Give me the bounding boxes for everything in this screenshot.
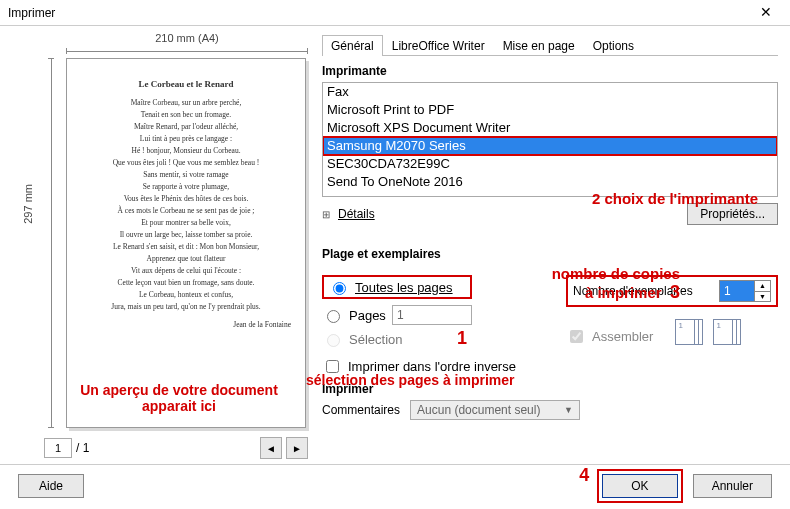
help-button[interactable]: Aide	[18, 474, 84, 498]
chevron-down-icon: ▼	[564, 405, 573, 415]
annotation-range-sel: sélection des pages à imprimer	[306, 372, 515, 388]
poem-line: Se rapporte à votre plumage,	[81, 181, 291, 193]
printer-list[interactable]: Fax Microsoft Print to PDF Microsoft XPS…	[322, 82, 778, 197]
tab-bar: Général LibreOffice Writer Mise en page …	[322, 34, 778, 56]
dialog-footer: Aide 4 OK Annuler	[0, 464, 790, 507]
poem-line: Tenait en son bec un fromage.	[81, 109, 291, 121]
printer-item[interactable]: SEC30CDA732E99C	[323, 155, 777, 173]
page-preview: Le Corbeau et le Renard Maître Corbeau, …	[66, 58, 306, 428]
cancel-button[interactable]: Annuler	[693, 474, 772, 498]
poem-line: Sans mentir, si votre ramage	[81, 169, 291, 181]
printer-item[interactable]: Send To OneNote 2016	[323, 173, 777, 191]
section-range: Plage et exemplaires	[322, 247, 778, 261]
radio-selection-label: Sélection	[349, 332, 402, 347]
pager: / 1 ◄ ►	[44, 436, 308, 460]
window-title: Imprimer	[8, 6, 55, 20]
poem-title: Le Corbeau et le Renard	[81, 77, 291, 91]
section-printer: Imprimante	[322, 64, 778, 78]
copies-spinner[interactable]: ▲▼	[719, 280, 771, 302]
poem-line: Maître Renard, par l'odeur alléché,	[81, 121, 291, 133]
tab-general[interactable]: Général	[322, 35, 383, 56]
details-link[interactable]: Détails	[338, 207, 375, 221]
poem-line: À ces mots le Corbeau ne se sent pas de …	[81, 205, 291, 217]
poem-line: Cette leçon vaut bien un fromage, sans d…	[81, 277, 291, 289]
printer-item[interactable]: Microsoft XPS Document Writer	[323, 119, 777, 137]
poem-line: Et pour montrer sa belle voix,	[81, 217, 291, 229]
ruler-label-height: 297 mm	[22, 184, 34, 224]
radio-all-pages[interactable]: Toutes les pages	[322, 275, 472, 299]
poem-line: Le Renard s'en saisit, et dit : Mon bon …	[81, 241, 291, 253]
tab-layout[interactable]: Mise en page	[494, 35, 584, 56]
poem-line: Hé ! bonjour, Monsieur du Corbeau.	[81, 145, 291, 157]
poem-line: Lui tint à peu près ce langage :	[81, 133, 291, 145]
radio-pages-label: Pages	[349, 308, 386, 323]
collate-checkbox	[570, 330, 583, 343]
annotation-preview: Un aperçu de votre document apparait ici	[50, 382, 308, 414]
radio-all-pages-input[interactable]	[333, 282, 346, 295]
printer-item[interactable]: Microsoft Print to PDF	[323, 101, 777, 119]
poem-line: Que vous êtes joli ! Que vous me semblez…	[81, 157, 291, 169]
pages-field[interactable]	[392, 305, 472, 325]
close-icon[interactable]: ✕	[746, 0, 786, 24]
ruler-label-width: 210 mm (A4)	[66, 32, 308, 44]
annotation-range-num: 1	[457, 328, 467, 349]
annotation-printer-choice: 2 choix de l'imprimante	[592, 190, 758, 207]
annotation-copies: nombre de copies à imprimer 3	[552, 266, 680, 302]
next-page-button[interactable]: ►	[286, 437, 308, 459]
tab-writer[interactable]: LibreOffice Writer	[383, 35, 494, 56]
page-current-input[interactable]	[44, 438, 72, 458]
printer-item-selected[interactable]: Samsung M2070 Series	[323, 137, 777, 155]
spinner-down-icon[interactable]: ▼	[755, 292, 770, 302]
page-total: / 1	[76, 441, 89, 455]
radio-pages-input[interactable]	[327, 310, 340, 323]
poem-line: Vous êtes le Phénix des hôtes de ces boi…	[81, 193, 291, 205]
prev-page-button[interactable]: ◄	[260, 437, 282, 459]
poem-line: Il ouvre un large bec, laisse tomber sa …	[81, 229, 291, 241]
copies-input[interactable]	[720, 281, 754, 301]
title-bar: Imprimer ✕	[0, 0, 790, 26]
poem-line: Le Corbeau, honteux et confus,	[81, 289, 291, 301]
poem-signature: Jean de la Fontaine	[81, 319, 291, 331]
ok-button[interactable]: OK	[602, 474, 677, 498]
ruler-left	[48, 58, 54, 428]
spinner-up-icon[interactable]: ▲	[755, 281, 770, 292]
poem-line: Vit aux dépens de celui qui l'écoute :	[81, 265, 291, 277]
comments-label: Commentaires	[322, 403, 400, 417]
poem-line: Jura, mais un peu tard, qu'on ne l'y pre…	[81, 301, 291, 313]
tab-options[interactable]: Options	[584, 35, 643, 56]
expand-icon[interactable]: ⊞	[322, 209, 330, 220]
poem-line: Maître Corbeau, sur un arbre perché,	[81, 97, 291, 109]
annotation-ok-num: 4	[579, 465, 589, 486]
comments-dropdown[interactable]: Aucun (document seul) ▼	[410, 400, 580, 420]
radio-selection-input	[327, 334, 340, 347]
collate-icon: 321 321	[675, 319, 747, 353]
printer-item[interactable]: Fax	[323, 83, 777, 101]
collate-label: Assembler	[592, 329, 653, 344]
poem-line: Apprenez que tout flatteur	[81, 253, 291, 265]
preview-pane: 210 mm (A4) 297 mm Le Corbeau et le Rena…	[20, 34, 308, 460]
ruler-top	[66, 48, 308, 54]
